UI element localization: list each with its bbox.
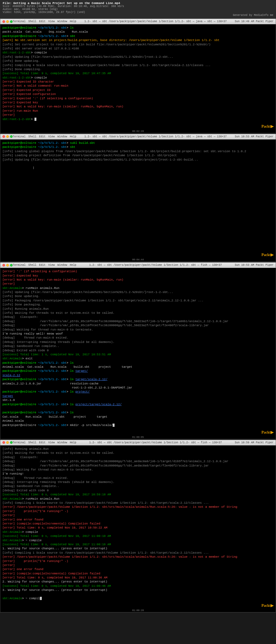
menu-shell-2[interactable]: Shell [28,135,36,138]
line-t1-9: [info] Done updating. [2,59,274,63]
titlebar-right-3: Sun 10:53 AM Packt Piper [235,264,274,267]
maximize-button-2[interactable] [10,135,13,138]
close-button-2[interactable] [2,135,5,138]
line-t3-11: [info] Waiting for threads to exit or Sy… [2,311,274,315]
line-t2-1: packtpiper@voltaire ~/p/V/S/1.2- sbt> su… [2,141,274,145]
menu-edit-2[interactable]: Edit [39,135,46,138]
menu-help-3[interactable]: Help [70,264,76,267]
terminal-window-2: Terminal Shell Edit View Window Help 1.2… [0,134,276,262]
menu-view-1[interactable]: View [48,20,55,23]
window-buttons-3 [2,264,13,267]
line-t2-2: packtpiper@voltaire ~/p/V/S/1.2- sbt> sb… [2,145,274,149]
line-t3-23: packtpiper@voltaire ~/p/V/S/1.2- sbt> ls [2,361,274,365]
line-t3-27: packtpiper@voltaire ~/p/V/S/1.2- sbt> ls… [2,377,274,381]
packt-logo-4: Packt▶ [0,602,276,609]
line-t4-33: 2. Waiting for source changes... (press … [2,580,274,584]
video-title: File: Getting a Basic Scala Project Set … [3,2,273,5]
line-t4-26: [info] Compiling 1 Scala source to /User… [2,551,274,555]
menu-edit-4[interactable]: Edit [39,441,46,444]
line-t1-18: [error] Expected ':' (if selecting a con… [2,97,274,101]
terminal-window-1: Terminal Shell Edit View Window Help 1.2… [0,19,276,133]
line-t2-7: | [2,166,274,170]
line-t3-25: packtpiper@voltaire ~/p/V/S/1.2- sbt> ls… [2,369,274,373]
menu-shell-4[interactable]: Shell [28,441,36,444]
line-t1-12: [success] Total time: 9 s, completed Nov… [2,71,274,76]
line-t3-34 [2,407,274,411]
line-t3-7: [info] Done updating. [2,294,274,298]
menu-help-1[interactable]: Help [70,20,76,23]
terminal-window-3: Terminal Shell Edit View Window Help 1.2… [0,262,276,439]
line-t3-9: [info] Done packaging. [2,303,274,307]
terminal-window-4: Terminal Shell Edit View Window Help 1.2… [0,440,276,612]
terminal-body-2[interactable]: packtpiper@voltaire ~/p/V/S/1.2- sbt> su… [0,139,276,251]
window-buttons-2 [2,135,13,138]
time-3: Sun 10:53 AM Packt Piper [235,264,274,267]
line-t4-6: [debug] Waiting for thread run-main-0 to… [2,468,274,472]
titlebar-1: Terminal Shell Edit View Window Help 1.2… [0,19,276,24]
line-t4-27: [error] /Users/packtpiper/packt/Volume 1… [2,555,274,559]
line-t3-35: packtpiper@voltaire ~/p/V/S/1.2- sbt> ls [2,411,274,415]
line-t3-14: [debug] /var/folders/xm/_p57ds_95c10fhtm… [2,323,274,328]
terminal-body-4[interactable]: [info] Running animals.Run [info] Waitin… [0,445,276,602]
line-t4-15: [error] /Users/packtpiper/packt/Volume 1… [2,505,274,509]
line-t4-36 [2,592,274,597]
maximize-button-1[interactable] [10,20,13,23]
time-2: Sun 10:53 AM Packt Piper [235,135,274,138]
menu-view-2[interactable]: View [48,135,55,138]
minimize-button-3[interactable] [6,264,9,267]
window-buttons-1 [2,20,13,23]
menu-terminal-2[interactable]: Terminal [13,135,26,138]
terminal-body-3[interactable]: [error] ':' (if selecting a configuratio… [0,268,276,429]
minimize-button-2[interactable] [6,135,9,138]
line-t3-4: [error] [2,282,274,286]
line-t3-30: packtpiper@voltaire ~/p/V/S/1.2- sbt> ls… [2,390,274,394]
terminal-body-1[interactable]: packtpiper@voltaire ~/p/V/S/1.2- sbt> ls… [0,24,276,123]
titlebar-right-2: Sun 10:53 AM Packt Piper [235,135,274,138]
minimize-button-4[interactable] [6,441,9,444]
menu-edit-3[interactable]: Edit [39,264,46,267]
line-t4-1: [info] Running animals.Run [2,447,274,451]
line-t1-4: [warn] No sbt.version set in project/bui… [2,38,274,42]
close-button-3[interactable] [2,264,5,267]
close-button-1[interactable] [2,20,5,23]
titlebar-right-1: Sun 10:49 AM Packt Piper [235,20,274,23]
menu-help-4[interactable]: Help [70,441,76,444]
line-t1-19: [error] Expected key [2,101,274,105]
menu-terminal-4[interactable]: Terminal [13,441,26,444]
line-t3-13: [debug] /var/folders/xm/_p57ds_95c10fhtm… [2,319,274,323]
menu-view-3[interactable]: View [48,264,55,267]
line-t3-1: [error] ':' (if selecting a configuratio… [2,270,274,274]
menu-window-1[interactable]: Window [57,20,67,23]
menu-shell-3[interactable]: Shell [28,264,36,267]
minimize-button-1[interactable] [6,20,9,23]
maximize-button-4[interactable] [10,441,13,444]
line-t3-5: sbt:Animals> runMain animals.Run [2,286,274,290]
menu-window-2[interactable]: Window [57,135,67,138]
terminal-2-blank-space [2,174,274,250]
line-t3-18: [debug] Interrupting remaining threads (… [2,340,274,344]
line-t1-6: [info] sbt server started at 127.0.0.1:4… [2,47,274,51]
menu-help-2[interactable]: Help [70,135,76,138]
close-button-4[interactable] [2,441,5,444]
line-t4-14: [info] Compiling 1 Scala source to /User… [2,501,274,505]
menu-edit-1[interactable]: Edit [39,20,46,23]
menu-terminal-1[interactable]: Terminal [13,20,26,23]
packt-logo-2: Packt▶ [0,251,276,258]
timestamp-3: 01:00:05 [0,436,276,439]
maximize-button-3[interactable] [10,264,13,267]
line-t3-3: [error] Not a valid key: run-main (simil… [2,278,274,282]
line-t1-7: sbt:root-1-2-sbt> compile [2,51,274,55]
line-t3-16: I'm running really well! meow woof [2,332,274,336]
line-t1-15: [error] Not a valid command: run-main [2,84,274,88]
line-t1-2: packt.scala Cat.scala Dog.scala Run.scal… [2,30,274,34]
menu-window-4[interactable]: Window [57,441,67,444]
menu-window-3[interactable]: Window [57,264,67,267]
menu-shell-1[interactable]: Shell [28,20,36,23]
line-t1-10: [info] Compiling 4 Scala sources to /Use… [2,63,274,67]
menu-view-4[interactable]: View [48,441,55,444]
packt-logo-1: Packt▶ [0,123,276,130]
menu-terminal-3[interactable]: Terminal [13,264,26,267]
line-t4-8: [debug] Thread run-main-0 exited. [2,476,274,480]
line-t4-9: [debug] Interrupting remaining threads (… [2,480,274,484]
window-title-4: 1.2- sbt — sbt /Users/packtpiper/packt/V… [76,441,235,444]
